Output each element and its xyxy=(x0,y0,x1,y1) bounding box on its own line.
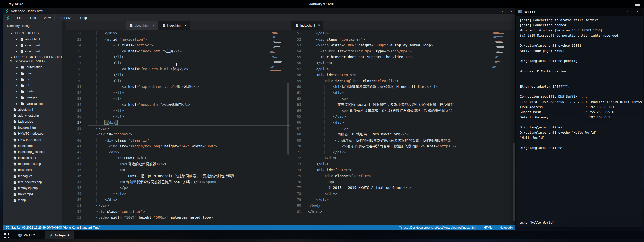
close-icon[interactable]: ✕ xyxy=(15,50,19,53)
code-line[interactable]: </li> xyxy=(88,54,290,60)
tree-file[interactable]: location.html xyxy=(3,155,62,161)
code-line[interactable]: </li> xyxy=(88,72,290,78)
tree-file[interactable]: testmysql.php xyxy=(3,185,62,191)
code-line[interactable]: <li> xyxy=(88,60,290,66)
tree-root-folder[interactable]: ▾USER:/DESKTOP/SCREENSHOT/TEST/WWW CLEAN… xyxy=(3,54,62,64)
close-icon[interactable]: ✕ xyxy=(152,24,155,27)
code-line[interactable]: <source src="trailer.mp4" type="video/mp… xyxy=(308,48,515,54)
code-line[interactable]: </div> xyxy=(308,161,515,167)
code-line[interactable]: <h2>香港的建築伺服器</h2> xyxy=(88,161,290,167)
code-editor[interactable]: 5152535455565758596061626364656667686970… xyxy=(290,30,515,225)
editor-tab-about.html[interactable]: about.html✕ xyxy=(126,21,158,30)
close-button[interactable]: ✕ xyxy=(509,9,513,13)
menu-item-edit[interactable]: Edit xyxy=(26,14,40,21)
minimize-button[interactable]: – xyxy=(493,9,497,13)
code-line[interactable]: </div> xyxy=(308,155,515,161)
close-icon[interactable]: ✕ xyxy=(185,24,187,27)
code-line[interactable]: <ul id="navigation"> xyxy=(88,37,290,43)
code-line[interactable]: </div> xyxy=(88,197,290,203)
open-editor-item[interactable]: ✕index.html xyxy=(3,48,62,54)
tree-folder[interactable]: ▸fonts xyxy=(3,88,62,94)
code-line[interactable]: <a href="index.html">主頁</a> xyxy=(88,48,290,54)
code-line[interactable]: </ul> xyxy=(88,114,290,120)
tree-file[interactable]: features.html xyxy=(3,125,62,131)
code-line[interactable]: <div id="topbox"> xyxy=(88,131,290,137)
code-line[interactable]: <div id="tagline" class="clearfix"> xyxy=(308,78,515,84)
code-line[interactable]: <p> 即使你不是建築師，你也能透過紅石師或鐵路工程師的身份加入我 xyxy=(308,108,515,114)
code-line[interactable]: <p> xyxy=(88,167,290,173)
chevron-right-icon[interactable]: ▸ xyxy=(16,78,19,81)
code-line[interactable]: HKWTC 是一個 Minecraft 的建築伺服器，主要建築計劃包括鐵路 xyxy=(88,173,290,179)
maximize-button[interactable]: ◻ xyxy=(627,9,630,13)
notepad-titlebar[interactable]: NotepadA - index.html – ◻ ✕ xyxy=(3,8,515,14)
code-line[interactable]: </html> xyxy=(308,209,515,215)
code-line[interactable]: <div class="container"> xyxy=(308,37,515,43)
code-line[interactable]: <div> xyxy=(308,120,515,126)
code-line[interactable]: </div> xyxy=(308,30,515,37)
code-line[interactable]: © 2018 - 2019 HKWTC Animation Gamer</p> xyxy=(308,185,515,191)
tree-folder[interactable]: ▸yamiyamimi xyxy=(3,100,62,107)
chevron-right-icon[interactable]: ▸ xyxy=(16,72,19,75)
hamburger-menu-icon[interactable] xyxy=(635,2,640,6)
code-line[interactable]: <a href="news.html">玩家傳送門</a> xyxy=(88,102,290,108)
minimize-button[interactable]: – xyxy=(618,9,621,13)
code-line[interactable]: <li> xyxy=(88,96,290,102)
code-line[interactable]: 在香港的Minecraft 伺服器中，多為小遊戲和純生存的伺服器，較少擁有 xyxy=(308,102,515,108)
terminal-input[interactable]: echo "Hello World" xyxy=(516,218,643,227)
code-line[interactable]: </li> xyxy=(88,90,290,96)
code-line[interactable]: <p> xyxy=(308,179,515,185)
tree-file[interactable]: news.html xyxy=(3,167,62,173)
code-line[interactable]: </div> xyxy=(308,191,515,197)
code-line[interactable]: </div> xyxy=(88,126,290,132)
code-line[interactable]: <p>請注意，我們的伺服器為確保玩家及遊玩時的質素，我們對的服器開啟 xyxy=(308,137,515,144)
tree-folder[interactable]: ▸css xyxy=(3,70,62,76)
tree-file[interactable]: x.php xyxy=(3,197,62,203)
tree-file[interactable]: index.html xyxy=(3,143,62,149)
code-line[interactable]: <video width="100%" height="500px" autop… xyxy=(88,215,290,221)
code-line[interactable]: </div> xyxy=(308,149,515,155)
code-line[interactable]: </div> xyxy=(88,191,290,197)
tree-folder[interactable]: ▸dl xyxy=(3,82,62,88)
code-line[interactable]: <div> xyxy=(308,90,515,96)
tree-folder[interactable]: ▸autostation xyxy=(3,64,62,70)
close-icon[interactable]: ✕ xyxy=(318,24,320,27)
editor-tab-index.html[interactable]: index.html✕ xyxy=(291,21,323,30)
menu-item-help[interactable]: Help xyxy=(76,14,91,21)
close-icon[interactable]: ✕ xyxy=(15,38,19,41)
chevron-right-icon[interactable]: ▸ xyxy=(16,66,19,69)
code-line[interactable]: <li class="active"> xyxy=(88,42,290,48)
code-editor[interactable]: 2223242526272829303132333435363738394041… xyxy=(66,30,290,225)
code-line[interactable]: <div class="clearfix"> xyxy=(88,137,290,144)
code-line[interactable]: <p> xyxy=(308,96,515,102)
menu-item-file[interactable]: File xyxy=(13,14,26,21)
code-line[interactable]: <div class="container"> xyxy=(88,209,290,215)
tree-file[interactable]: HKWTC notice.pdf xyxy=(3,131,62,137)
tree-file[interactable]: index.php_disabled xyxy=(3,149,62,155)
code-line[interactable]: </div> xyxy=(88,203,290,209)
statusbar-language[interactable]: HTML xyxy=(484,226,492,229)
tree-file[interactable]: teabag.7z xyxy=(3,173,62,179)
tree-file[interactable]: about.html xyxy=(3,107,62,113)
chevron-right-icon[interactable]: ▸ xyxy=(16,102,19,105)
code-line[interactable]: </p> xyxy=(88,185,290,191)
tree-file[interactable]: add_vhost.php xyxy=(3,113,62,119)
code-line[interactable]: </body> xyxy=(308,203,515,209)
system-menu-title[interactable]: My ArOZ xyxy=(9,2,23,6)
code-line[interactable]: <a href="features.html">簡介</a> xyxy=(88,66,290,72)
code-line[interactable]: <p> xyxy=(308,126,515,132)
code-line[interactable]: Your browser does not support the video … xyxy=(308,54,515,60)
code-line[interactable]: <li> xyxy=(88,78,290,84)
menu-item-font-size[interactable]: Font Size xyxy=(55,14,76,21)
code-line[interactable]: <div id="contents"> xyxy=(308,72,515,78)
code-line[interactable]: </li> xyxy=(88,108,290,114)
code-line[interactable]: <div id="footer"> xyxy=(308,167,515,173)
code-line[interactable]: <div> xyxy=(88,149,290,155)
code-line[interactable]: <img src="images/box.png" height="342" w… xyxy=(88,143,290,149)
wstty-titlebar[interactable]: WsTTY – ◻ ✕ xyxy=(516,8,643,16)
code-line[interactable]: 伺服器 IP 地址為： mcs.hkwtc.org</p> xyxy=(308,131,515,137)
chevron-right-icon[interactable]: ▸ xyxy=(16,90,19,93)
tree-file[interactable]: HKWTC rule.pdf xyxy=(3,137,62,143)
tree-folder[interactable]: ▸images xyxy=(3,94,62,100)
editor-tab-index.html[interactable]: index.html✕ xyxy=(158,21,190,30)
code-line[interactable]: <div class="clearfix"> xyxy=(308,173,515,179)
